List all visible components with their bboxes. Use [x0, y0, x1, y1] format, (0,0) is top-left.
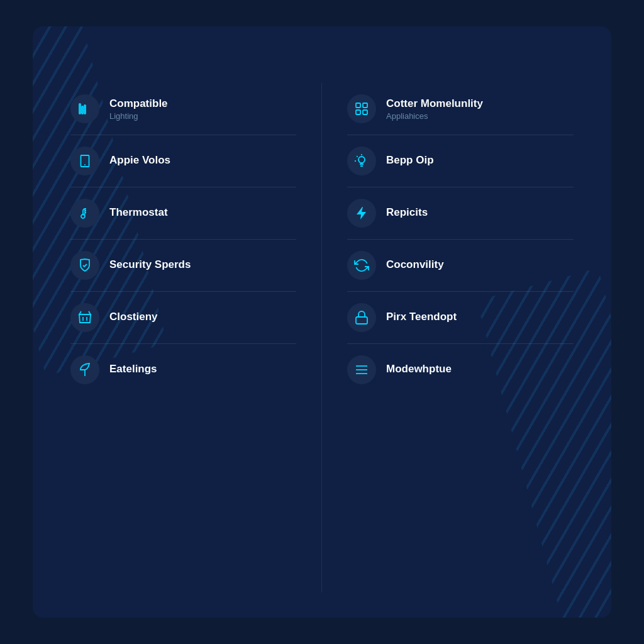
svg-rect-1: [82, 106, 83, 114]
item-text-thermostat: Thermostat: [109, 206, 168, 220]
right-column: Cotter MomelunlityAppliahicesBepp OipRep…: [322, 83, 574, 592]
svg-rect-7: [356, 110, 360, 114]
item-text-appie-volos: Appie Volos: [109, 154, 170, 168]
item-text-coconvility: Coconvility: [386, 258, 444, 272]
svg-rect-8: [363, 110, 367, 114]
list-item-eatelings[interactable]: Eatelings: [70, 344, 296, 396]
item-text-clostieny: Clostieny: [109, 311, 158, 325]
item-title-eatelings: Eatelings: [109, 363, 157, 375]
svg-point-9: [358, 157, 365, 163]
item-title-repicits: Repicits: [386, 206, 428, 219]
phone-icon: [70, 147, 99, 175]
list-item-clostieny[interactable]: Clostieny: [70, 292, 296, 344]
item-title-cotter-momelunlity: Cotter Momelunlity: [386, 97, 483, 110]
svg-rect-6: [363, 103, 367, 108]
svg-point-3: [84, 164, 86, 165]
basket-icon: [70, 303, 99, 332]
list-item-cotter-momelunlity[interactable]: Cotter MomelunlityAppliahices: [347, 83, 574, 135]
list-item-repicits[interactable]: Repicits: [347, 187, 574, 240]
leaf-icon: [70, 355, 99, 384]
item-title-compatible: Compatible: [109, 97, 168, 110]
list-item-bepp-oip[interactable]: Bepp Oip: [347, 135, 574, 187]
svg-point-4: [81, 214, 85, 218]
thermostat-icon: [70, 199, 99, 228]
item-text-eatelings: Eatelings: [109, 363, 157, 377]
refresh-icon: [347, 251, 376, 280]
list-item-pirx-teendopt[interactable]: Pirx Teendopt: [347, 292, 574, 344]
main-card: CompatibleLightingAppie VolosThermostatS…: [33, 26, 611, 618]
item-title-pirx-teendopt: Pirx Teendopt: [386, 311, 457, 323]
item-text-compatible: CompatibleLighting: [109, 97, 168, 121]
svg-rect-13: [356, 317, 367, 324]
svg-rect-2: [84, 105, 86, 114]
list-item-coconvility[interactable]: Coconvility: [347, 240, 574, 292]
bar-icon: [70, 94, 99, 123]
list-item-modewhptue[interactable]: Modewhptue: [347, 344, 574, 396]
svg-rect-0: [79, 104, 80, 114]
items-grid: CompatibleLightingAppie VolosThermostatS…: [70, 83, 574, 592]
item-title-clostieny: Clostieny: [109, 311, 158, 323]
item-title-appie-volos: Appie Volos: [109, 154, 170, 167]
svg-line-11: [357, 156, 357, 157]
security-icon: [70, 251, 99, 280]
menu-icon: [347, 355, 376, 384]
grid-icon: [347, 94, 376, 123]
list-item-thermostat[interactable]: Thermostat: [70, 187, 296, 240]
list-item-security-sperds[interactable]: Security Sperds: [70, 240, 296, 292]
item-text-pirx-teendopt: Pirx Teendopt: [386, 311, 457, 325]
item-text-security-sperds: Security Sperds: [109, 258, 191, 272]
item-title-modewhptue: Modewhptue: [386, 363, 452, 375]
lock-icon: [347, 303, 376, 332]
item-title-coconvility: Coconvility: [386, 258, 444, 271]
svg-rect-5: [356, 103, 360, 108]
item-subtitle-compatible: Lighting: [109, 111, 168, 121]
item-text-repicits: Repicits: [386, 206, 428, 220]
item-text-bepp-oip: Bepp Oip: [386, 154, 434, 168]
list-item-appie-volos[interactable]: Appie Volos: [70, 135, 296, 187]
item-title-bepp-oip: Bepp Oip: [386, 154, 434, 167]
item-title-security-sperds: Security Sperds: [109, 258, 191, 271]
item-text-cotter-momelunlity: Cotter MomelunlityAppliahices: [386, 97, 483, 121]
item-title-thermostat: Thermostat: [109, 206, 168, 219]
item-subtitle-cotter-momelunlity: Appliahices: [386, 111, 483, 121]
list-item-compatible[interactable]: CompatibleLighting: [70, 83, 296, 135]
item-text-modewhptue: Modewhptue: [386, 363, 452, 377]
bulb-icon: [347, 147, 376, 175]
left-column: CompatibleLightingAppie VolosThermostatS…: [70, 83, 322, 592]
bolt-icon: [347, 199, 376, 228]
